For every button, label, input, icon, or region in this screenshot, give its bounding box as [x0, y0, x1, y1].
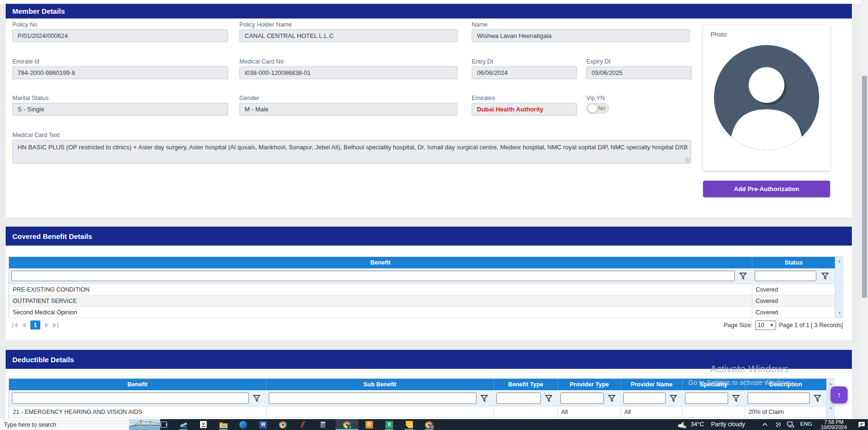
table-scrollbar[interactable]: ▲ ▼: [835, 257, 843, 317]
scroll-down-icon[interactable]: ▼: [827, 406, 835, 411]
provider-name-filter-input[interactable]: [623, 393, 666, 404]
description-filter-icon[interactable]: [813, 394, 822, 403]
entry-dt-field[interactable]: 06/06/2024: [472, 66, 577, 79]
file-explorer-icon[interactable]: [219, 421, 228, 429]
weather-icon[interactable]: [677, 421, 688, 429]
v-document-app-icon[interactable]: V: [199, 421, 208, 429]
name-field[interactable]: Wishwa Lavan Heenatigala: [472, 29, 690, 42]
sticky-notes-app-icon[interactable]: [405, 421, 413, 429]
outlook-app-icon[interactable]: O: [365, 421, 374, 429]
column-header-benefit[interactable]: Benefit: [9, 379, 266, 390]
search-highlights-image[interactable]: [125, 419, 160, 430]
pen-app-icon[interactable]: [299, 421, 307, 429]
excel-app-icon[interactable]: X: [385, 421, 393, 429]
medical-card-no-field[interactable]: I038-000-120086838-01: [239, 66, 457, 79]
edge-browser-icon[interactable]: [239, 421, 247, 429]
chrome-profile-i-icon[interactable]: I: [343, 421, 351, 429]
tray-expand-chevron-icon[interactable]: [760, 421, 769, 429]
benefit-filter-input[interactable]: [11, 271, 735, 281]
provider-name-filter-icon[interactable]: [669, 394, 677, 403]
column-header-benefit-type[interactable]: Benefit Type: [493, 379, 557, 390]
chrome-profile-c-icon[interactable]: C: [425, 421, 433, 429]
language-indicator[interactable]: ENG: [800, 421, 812, 427]
speciality-filter-input[interactable]: [685, 393, 728, 404]
filter-row: [9, 268, 835, 284]
scroll-to-top-button[interactable]: ↑: [831, 386, 848, 403]
sub-benefit-filter-input[interactable]: [269, 393, 476, 404]
scroll-up-icon[interactable]: ▲: [835, 259, 843, 263]
benefit-type-filter-input[interactable]: [496, 393, 541, 404]
active-app-highlight[interactable]: I: [336, 419, 358, 430]
column-header-benefit[interactable]: Benefit: [9, 257, 752, 268]
status-filter-icon[interactable]: [821, 272, 829, 280]
column-header-sub-benefit[interactable]: Sub Benefit: [266, 379, 493, 390]
table-row[interactable]: 21 - EMERGENCY HEARING AND VISION AIDS A…: [9, 406, 826, 418]
chrome-browser-icon[interactable]: [279, 421, 287, 429]
vip-yn-label: Vip YN: [586, 95, 604, 101]
description-filter-input[interactable]: [748, 393, 810, 404]
next-page-button[interactable]: [45, 323, 48, 328]
table-row[interactable]: PRE-EXISTING CONDITION Covered: [9, 284, 835, 295]
benefit-cell: 21 - EMERGENCY HEARING AND VISION AIDS: [9, 406, 266, 417]
scroll-down-icon[interactable]: ▼: [835, 311, 843, 315]
weather-description[interactable]: Partly cloudy: [711, 421, 745, 428]
member-details-card: Member Details Policy No P/01/2024/00062…: [6, 0, 852, 217]
task-view-icon[interactable]: [159, 421, 168, 429]
clock-date: 10/09/2024: [821, 425, 847, 430]
chevron-down-icon: ▼: [769, 323, 774, 328]
gender-field[interactable]: M - Male: [239, 103, 457, 116]
pagination: 1: [12, 320, 58, 329]
network-icon[interactable]: [786, 421, 795, 429]
policy-no-label: Policy No: [12, 21, 37, 28]
policy-holder-name-field[interactable]: CANAL CENTRAL HOTEL L.L.C: [239, 29, 457, 42]
textarea-resize-handle[interactable]: [685, 158, 690, 163]
page-size-select[interactable]: 10▼: [755, 320, 776, 330]
tray-update-icon[interactable]: [774, 421, 782, 429]
page-size-label: Page Size:: [724, 322, 752, 329]
taskbar-clock[interactable]: 7:58 PM 10/09/2024: [813, 419, 855, 430]
table-row[interactable]: OUTPATIENT SERVICE Covered: [9, 295, 835, 307]
vip-toggle-knob[interactable]: [587, 104, 597, 113]
covered-benefits-card: Covered Benefit Details Benefit Status P…: [6, 227, 852, 340]
first-page-button[interactable]: [12, 323, 18, 328]
benefit-filter-icon[interactable]: [739, 272, 747, 280]
expiry-dt-field[interactable]: 05/06/2025: [586, 66, 692, 79]
action-center-icon[interactable]: [857, 421, 866, 429]
taskbar-search[interactable]: Type here to search: [0, 419, 156, 430]
column-header-provider-name[interactable]: Provider Name: [621, 379, 682, 390]
emirate-id-field[interactable]: 784-2000-9860199-8: [12, 66, 228, 79]
scanner-app-icon[interactable]: [179, 421, 188, 429]
status-cell: Covered: [752, 307, 835, 318]
sub-benefit-filter-icon[interactable]: [480, 394, 488, 403]
provider-name-cell: All: [621, 406, 682, 417]
add-preauthorization-button[interactable]: Add Pre-Authorization: [703, 181, 830, 197]
speciality-filter-icon[interactable]: [732, 394, 740, 403]
current-page-button[interactable]: 1: [30, 320, 40, 329]
provider-type-filter-input[interactable]: [560, 393, 604, 404]
scroll-up-icon[interactable]: ▲: [827, 382, 835, 386]
benefit-filter-input[interactable]: [12, 393, 249, 404]
benefit-type-filter-icon[interactable]: [545, 394, 553, 403]
emirates-field[interactable]: Dubai Health Authority: [472, 103, 577, 116]
arrow-up-icon: ↑: [837, 390, 841, 400]
policy-no-field[interactable]: P/01/2024/000624: [12, 29, 228, 42]
provider-type-filter-icon[interactable]: [608, 394, 616, 403]
calculator-app-icon[interactable]: [319, 421, 327, 429]
weather-temperature[interactable]: 34°C: [691, 421, 704, 428]
medical-card-text-field[interactable]: HN BASIC PLUS (OP restricted to clinics)…: [12, 140, 691, 164]
column-header-provider-type[interactable]: Provider Type: [557, 379, 621, 390]
last-page-button[interactable]: [53, 323, 58, 328]
member-details-title: Member Details: [12, 7, 65, 15]
table-row[interactable]: Second Medical Opinion Covered: [9, 307, 835, 318]
prev-page-button[interactable]: [22, 323, 26, 328]
entry-dt-label: Entry Dt: [472, 58, 493, 65]
status-filter-input[interactable]: [755, 271, 816, 281]
column-header-status[interactable]: Status: [752, 257, 835, 268]
vip-toggle[interactable]: No: [586, 103, 609, 114]
benefit-filter-icon[interactable]: [253, 394, 261, 403]
marital-status-field[interactable]: S - Single: [12, 103, 228, 116]
word-app-icon[interactable]: W: [259, 421, 267, 429]
page-scrollbar-thumb[interactable]: [862, 76, 867, 298]
page-scrollbar[interactable]: [861, 0, 868, 419]
search-placeholder-text: Type here to search: [0, 421, 56, 428]
